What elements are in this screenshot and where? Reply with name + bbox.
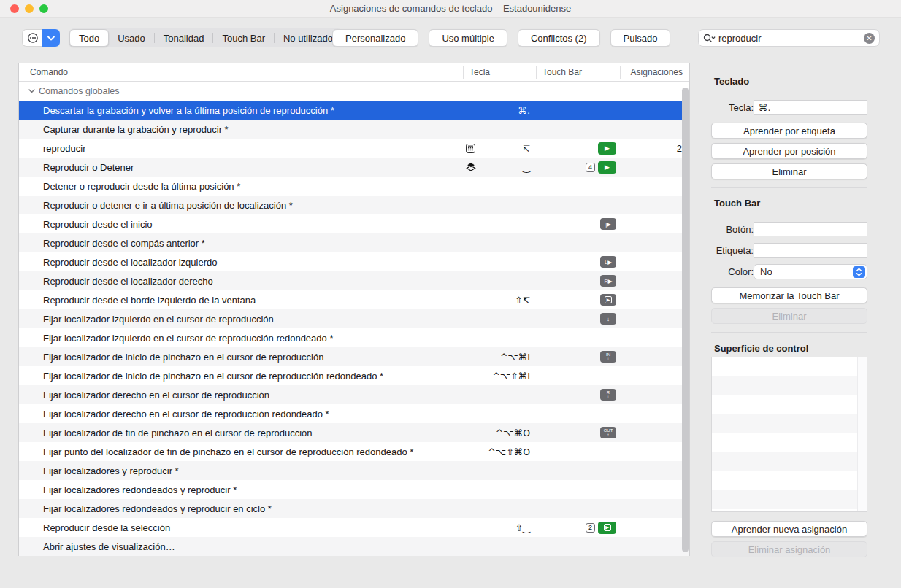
command-table: Comando Tecla Touch Bar Asignaciones Com… bbox=[18, 63, 690, 556]
table-row[interactable]: Fijar localizador derecho en el cursor d… bbox=[19, 404, 689, 423]
table-row[interactable]: Reproducir desde el compás anterior * bbox=[19, 233, 689, 252]
search-field[interactable]: ✕ bbox=[698, 29, 880, 47]
segment-tonalidad[interactable]: Tonalidad bbox=[155, 29, 213, 47]
table-row[interactable]: Detener o reproducir desde la última pos… bbox=[19, 177, 689, 196]
segment-todo[interactable]: Todo bbox=[69, 29, 109, 47]
touchbar-function-badge: R↓ bbox=[600, 389, 616, 401]
table-row[interactable]: Fijar localizador de inicio de pinchazo … bbox=[19, 347, 689, 366]
key-cell: ^⌥⌘I bbox=[463, 352, 536, 363]
inspector-panel: Teclado Tecla: Aprender por etiqueta Apr… bbox=[694, 55, 901, 588]
command-cell: Reproducir desde el borde izquierdo de l… bbox=[19, 295, 463, 306]
touchbar-label-field[interactable] bbox=[754, 243, 867, 258]
command-cell: Fijar localizadores y reproducir * bbox=[19, 465, 463, 476]
action-dropdown-button[interactable] bbox=[42, 29, 60, 47]
table-row[interactable]: Fijar localizador derecho en el cursor d… bbox=[19, 385, 689, 404]
touchbar-cell: L▶ bbox=[536, 256, 620, 268]
control-surface-list[interactable] bbox=[711, 357, 867, 512]
toolbar-button-uso-m-ltiple[interactable]: Uso múltiple bbox=[429, 29, 507, 47]
search-input[interactable] bbox=[718, 33, 864, 44]
keypad-icon bbox=[466, 144, 475, 153]
vertical-scrollbar[interactable] bbox=[682, 88, 689, 552]
delete-key-button[interactable]: Eliminar bbox=[711, 163, 867, 179]
table-row[interactable]: Reproducir desde el inicio|▶ bbox=[19, 214, 689, 233]
table-row[interactable]: Fijar localizadores redondeados y reprod… bbox=[19, 480, 689, 499]
key-field[interactable] bbox=[754, 100, 867, 115]
table-row[interactable]: Fijar localizador izquierdo en el cursor… bbox=[19, 309, 689, 328]
column-header-comando[interactable]: Comando bbox=[19, 66, 463, 79]
table-body: Descartar la grabación y volver a la últ… bbox=[19, 101, 689, 556]
action-menu-button[interactable] bbox=[22, 29, 42, 47]
search-clear-icon[interactable]: ✕ bbox=[864, 33, 875, 44]
key-cell: ‿ bbox=[463, 162, 536, 173]
table-row[interactable]: Fijar punto del localizador de fin de pi… bbox=[19, 442, 689, 461]
touchbar-count-badge: 2 bbox=[586, 523, 595, 533]
key-shortcut: ⇧‿ bbox=[515, 522, 530, 533]
table-row[interactable]: Reproducir desde el localizador derechoR… bbox=[19, 271, 689, 290]
color-popup[interactable]: No bbox=[754, 264, 867, 279]
column-header-tecla[interactable]: Tecla bbox=[463, 66, 536, 79]
table-row[interactable]: Reproducir desde la selección⇧‿2▶ bbox=[19, 518, 689, 537]
key-shortcut: ^⌥⌘I bbox=[500, 352, 530, 363]
table-row[interactable]: Abrir ajustes de visualización… bbox=[19, 537, 689, 556]
command-cell: Fijar localizador de inicio de pinchazo … bbox=[19, 371, 463, 382]
touchbar-function-badge: L▶ bbox=[600, 256, 616, 268]
table-row[interactable]: Reproducir desde el localizador izquierd… bbox=[19, 252, 689, 271]
touchbar-cell: IN↓ bbox=[536, 351, 620, 363]
segment-usado[interactable]: Usado bbox=[109, 29, 154, 47]
touchbar-cell: R▶ bbox=[536, 275, 620, 287]
key-shortcut: ⇧↸ bbox=[515, 295, 530, 306]
touchbar-button-field[interactable] bbox=[754, 222, 867, 236]
control-surface-row bbox=[712, 433, 867, 452]
toolbar-button-conflictos-2[interactable]: Conflictos (2) bbox=[518, 29, 600, 47]
learn-by-position-button[interactable]: Aprender por posición bbox=[711, 143, 867, 159]
toolbar-button-personalizado[interactable]: Personalizado bbox=[332, 29, 418, 47]
memorize-touchbar-button[interactable]: Memorizar la Touch Bar bbox=[711, 287, 867, 303]
control-surface-row bbox=[712, 471, 867, 490]
table-row[interactable]: Fijar localizador izquierdo en el cursor… bbox=[19, 328, 689, 347]
column-header-asignaciones[interactable]: Asignaciones bbox=[620, 66, 689, 79]
control-surface-section-title: Superficie de control bbox=[714, 343, 808, 354]
segment-touch-bar[interactable]: Touch Bar bbox=[213, 29, 274, 47]
command-cell: Capturar durante la grabación y reproduc… bbox=[19, 124, 463, 135]
control-surface-scrollbar[interactable] bbox=[857, 357, 867, 511]
key-field-label: Tecla: bbox=[710, 102, 754, 113]
learn-new-assignment-button[interactable]: Aprender nueva asignación bbox=[711, 521, 867, 537]
command-cell: Fijar localizador de inicio de pinchazo … bbox=[19, 352, 463, 363]
table-row[interactable]: Fijar localizadores redondeados y reprod… bbox=[19, 499, 689, 518]
filter-segmented-control: TodoUsadoTonalidadTouch BarNo utilizado bbox=[69, 28, 342, 47]
learn-by-label-button[interactable]: Aprender por etiqueta bbox=[711, 123, 867, 139]
command-cell: Abrir ajustes de visualización… bbox=[19, 541, 463, 552]
command-cell: Fijar localizador izquierdo en el cursor… bbox=[19, 314, 463, 325]
key-shortcut: ^⌥⌘O bbox=[496, 428, 530, 438]
toolbar-button-pulsado[interactable]: Pulsado bbox=[610, 29, 671, 47]
touchbar-count-badge: 4 bbox=[586, 163, 595, 172]
column-header-touchbar[interactable]: Touch Bar bbox=[536, 66, 620, 79]
table-row[interactable]: Reproducir desde el borde izquierdo de l… bbox=[19, 290, 689, 309]
touchbar-function-badge: |▶ bbox=[600, 218, 616, 230]
command-cell: Reproducir o Detener bbox=[19, 162, 463, 173]
control-surface-row bbox=[712, 376, 867, 395]
command-cell: Reproducir o detener e ir a última posic… bbox=[19, 200, 463, 211]
key-shortcut: ‿ bbox=[523, 162, 530, 173]
keyboard-section-title: Teclado bbox=[714, 76, 749, 87]
action-split-button[interactable] bbox=[22, 29, 60, 47]
table-row[interactable]: Fijar localizador de inicio de pinchazo … bbox=[19, 366, 689, 385]
chevron-down-icon bbox=[47, 36, 55, 41]
group-row-comandos-globales[interactable]: Comandos globales bbox=[19, 82, 689, 101]
table-row[interactable]: reproducir↸▶2 bbox=[19, 139, 689, 158]
command-cell: Fijar localizador de fin de pinchazo en … bbox=[19, 428, 463, 438]
disclosure-chevron-icon bbox=[28, 89, 35, 93]
touchbar-cell: OUT↑ bbox=[536, 427, 620, 438]
toolbar: TodoUsadoTonalidadTouch BarNo utilizado … bbox=[0, 26, 901, 53]
table-row[interactable]: Descartar la grabación y volver a la últ… bbox=[19, 101, 689, 120]
control-surface-row bbox=[712, 452, 867, 471]
table-row[interactable]: Fijar localizador de fin de pinchazo en … bbox=[19, 423, 689, 442]
touchbar-color-label: Color: bbox=[710, 266, 754, 277]
table-row[interactable]: Reproducir o detener e ir a última posic… bbox=[19, 196, 689, 214]
table-row[interactable]: Capturar durante la grabación y reproduc… bbox=[19, 120, 689, 139]
filter-buttons: PersonalizadoUso múltipleConflictos (2)P… bbox=[332, 29, 670, 47]
touchbar-label-label: Etiqueta: bbox=[710, 245, 754, 256]
table-row[interactable]: Reproducir o Detener‿4▶ bbox=[19, 158, 689, 177]
table-row[interactable]: Fijar localizadores y reproducir * bbox=[19, 461, 689, 480]
touchbar-function-badge: OUT↑ bbox=[600, 427, 616, 438]
